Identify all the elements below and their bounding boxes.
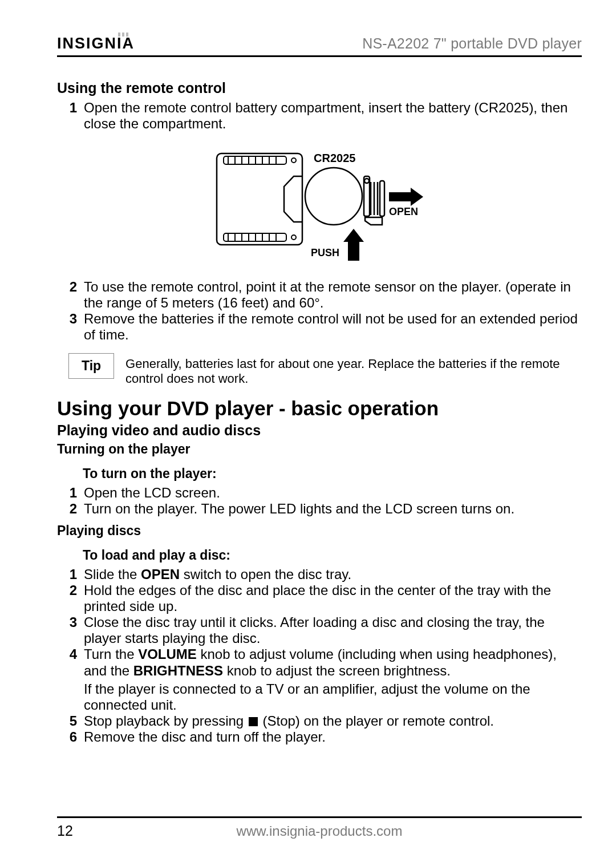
- step-number: 4: [57, 646, 77, 713]
- svg-marker-36: [343, 229, 364, 261]
- list-item: 2 Turn on the player. The power LED ligh…: [57, 501, 582, 517]
- step-number: 2: [57, 582, 77, 614]
- text-fragment: (Stop) on the player or remote control.: [259, 713, 494, 729]
- step-text: Open the LCD screen.: [84, 485, 582, 501]
- step-text: Turn the VOLUME knob to adjust volume (i…: [84, 646, 582, 713]
- text-fragment: Stop playback by pressing: [84, 713, 248, 729]
- document-page: INSIGNIA NS-A2202 7" portable DVD player…: [0, 0, 616, 862]
- tip-box: Tip Generally, batteries last for about …: [68, 357, 582, 386]
- step-note: If the player is connected to a TV or an…: [84, 681, 582, 713]
- step-text: Close the disc tray until it clicks. Aft…: [84, 614, 582, 646]
- step-text: Remove the disc and turn off the player.: [84, 729, 582, 745]
- list-item: 2 Hold the edges of the disc and place t…: [57, 582, 582, 614]
- step-number: 3: [57, 311, 77, 343]
- svg-text:CR2025: CR2025: [314, 152, 355, 164]
- step-number: 5: [57, 713, 77, 729]
- list-item: 3 Close the disc tray until it clicks. A…: [57, 614, 582, 646]
- step-text: Remove the batteries if the remote contr…: [84, 311, 582, 343]
- step-number: 6: [57, 729, 77, 745]
- step-text: Hold the edges of the disc and place the…: [84, 582, 582, 614]
- text-fragment: knob to adjust the screen brightness.: [223, 663, 451, 678]
- intro-turn-on: To turn on the player:: [83, 466, 582, 481]
- tip-text: Generally, batteries last for about one …: [125, 357, 582, 386]
- step-number: 1: [57, 100, 77, 132]
- svg-text:OPEN: OPEN: [389, 206, 418, 217]
- svg-rect-1: [118, 33, 120, 37]
- section-heading-remote: Using the remote control: [57, 80, 582, 97]
- svg-rect-2: [122, 33, 124, 37]
- product-title: NS-A2202 7" portable DVD player: [362, 35, 582, 53]
- svg-rect-31: [380, 181, 384, 216]
- list-item: 1 Open the remote control battery compar…: [57, 100, 582, 132]
- tip-label: Tip: [68, 353, 114, 379]
- step-number: 2: [57, 279, 77, 311]
- svg-point-25: [305, 168, 362, 225]
- brand-logo: INSIGNIA: [57, 31, 171, 53]
- step-text: Slide the OPEN switch to open the disc t…: [84, 566, 582, 582]
- svg-text:INSIGNIA: INSIGNIA: [57, 35, 135, 52]
- bold-word-open: OPEN: [141, 566, 180, 582]
- list-item: 2 To use the remote control, point it at…: [57, 279, 582, 311]
- step-text: Turn on the player. The power LED lights…: [84, 501, 582, 517]
- svg-point-27: [364, 179, 369, 183]
- text-fragment: Slide the: [84, 566, 141, 582]
- load-play-steps: 1 Slide the OPEN switch to open the disc…: [57, 566, 582, 746]
- bold-word-brightness: BRIGHTNESS: [133, 663, 223, 678]
- page-body: Using the remote control 1 Open the remo…: [57, 57, 582, 806]
- insignia-logo-icon: INSIGNIA: [57, 31, 171, 53]
- list-item: 1 Slide the OPEN switch to open the disc…: [57, 566, 582, 582]
- footer-url: www.insignia-products.com: [108, 823, 582, 839]
- step-text: To use the remote control, point it at t…: [84, 279, 582, 311]
- intro-load-play: To load and play a disc:: [83, 548, 582, 563]
- page-header: INSIGNIA NS-A2202 7" portable DVD player: [57, 31, 582, 57]
- list-item: 6 Remove the disc and turn off the playe…: [57, 729, 582, 745]
- step-number: 3: [57, 614, 77, 646]
- battery-compartment-diagram: CR2025 OPEN PUSH: [57, 148, 582, 262]
- svg-text:PUSH: PUSH: [311, 247, 339, 258]
- page-number: 12: [57, 823, 108, 839]
- remote-steps-list-continued: 2 To use the remote control, point it at…: [57, 279, 582, 343]
- subheading-turning-on: Turning on the player: [57, 442, 582, 457]
- battery-diagram-icon: CR2025 OPEN PUSH: [211, 148, 428, 262]
- list-item: 1 Open the LCD screen.: [57, 485, 582, 501]
- step-number: 1: [57, 566, 77, 582]
- list-item: 4 Turn the VOLUME knob to adjust volume …: [57, 646, 582, 713]
- step-text: Open the remote control battery compartm…: [84, 100, 582, 132]
- step-number: 2: [57, 501, 77, 517]
- svg-marker-33: [389, 188, 423, 206]
- turn-on-steps: 1 Open the LCD screen. 2 Turn on the pla…: [57, 485, 582, 517]
- step-text: Stop playback by pressing (Stop) on the …: [84, 713, 582, 729]
- text-fragment: Turn the: [84, 646, 138, 662]
- page-footer: 12 www.insignia-products.com: [57, 816, 582, 839]
- remote-steps-list: 1 Open the remote control battery compar…: [57, 100, 582, 132]
- step-number: 1: [57, 485, 77, 501]
- section-heading-basic-operation: Using your DVD player - basic operation: [57, 396, 582, 420]
- svg-rect-4: [217, 153, 302, 245]
- bold-word-volume: VOLUME: [138, 646, 197, 662]
- svg-rect-3: [126, 33, 128, 37]
- text-fragment: switch to open the disc tray.: [180, 566, 351, 582]
- svg-point-24: [291, 235, 296, 240]
- stop-icon: [249, 717, 258, 726]
- list-item: 3 Remove the batteries if the remote con…: [57, 311, 582, 343]
- subheading-playing: Playing discs: [57, 523, 582, 539]
- subheading-playing-discs: Playing video and audio discs: [57, 422, 582, 439]
- svg-point-14: [291, 158, 296, 163]
- list-item: 5 Stop playback by pressing (Stop) on th…: [57, 713, 582, 729]
